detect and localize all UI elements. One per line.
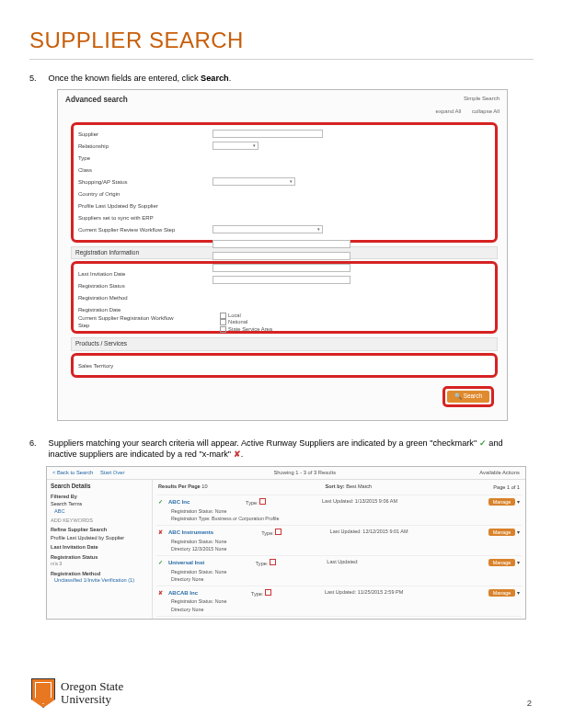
shield-icon [31, 678, 55, 708]
start-over-link[interactable]: Start Over [100, 470, 124, 475]
step-number: 5. [29, 73, 46, 84]
results-per-page-select[interactable]: 10 [201, 483, 224, 492]
page-number: 2 [527, 698, 532, 708]
step-text: Suppliers matching your search criteria … [49, 438, 518, 461]
expand-all-link[interactable]: expand All [436, 108, 462, 114]
reg-method-input[interactable] [213, 264, 350, 272]
supplier-input[interactable] [213, 130, 323, 138]
collapse-all-link[interactable]: collapse All [472, 108, 500, 114]
page-title: SUPPLIER SEARCH [29, 28, 534, 60]
sort-by-select[interactable]: Best Match [346, 483, 392, 492]
showing-results-text: Showing 1 - 3 of 3 Results [273, 470, 336, 477]
page-footer: Oregon State University 2 [31, 678, 532, 708]
xmark-icon: ✘ [158, 589, 166, 597]
step-6: 6. Suppliers matching your search criter… [29, 438, 534, 620]
step-number: 6. [29, 438, 46, 449]
instruction-list: 5. Once the known fields are entered, cl… [29, 73, 534, 620]
state-checkbox[interactable] [220, 326, 226, 333]
result-row: ✓ Universal Inst Type: Last Updated: Man… [156, 556, 522, 586]
highlighted-search-button: 🔍 Search [442, 386, 494, 407]
supplier-name-link[interactable]: ABCAB Inc [168, 589, 198, 597]
step-5: 5. Once the known fields are entered, cl… [29, 73, 534, 421]
highlighted-products-fields: Sales Territory [71, 353, 498, 378]
filter-term[interactable]: ABC [54, 508, 148, 516]
result-row: ✓ ABC Inc Type: Last Updated: 1/13/2015 … [156, 495, 522, 526]
national-checkbox[interactable] [220, 319, 226, 325]
simple-search-link[interactable]: Simple Search [464, 95, 500, 105]
step-text: Once the known fields are entered, click… [49, 73, 518, 84]
checkmark-icon: ✓ [479, 438, 487, 448]
reg-date-input[interactable] [213, 276, 350, 284]
checkmark-icon: ✓ [158, 559, 166, 566]
back-to-search-link[interactable]: < Back to Search [52, 470, 93, 475]
supplier-name-link[interactable]: Universal Inst [168, 559, 204, 566]
manage-button[interactable]: Manage [488, 498, 515, 506]
results-pager: Page 1 of 1 [493, 484, 520, 492]
advanced-search-heading: Advanced search [65, 95, 128, 105]
manage-button[interactable]: Manage [488, 589, 515, 597]
supplier-name-link[interactable]: ABC Inc [168, 498, 190, 506]
university-logo: Oregon State University [31, 678, 123, 708]
screenshot-advanced-search: Advanced search Simple Search expand All… [57, 89, 508, 420]
local-checkbox[interactable] [220, 313, 226, 319]
xmark-icon: ✘ [158, 529, 166, 536]
manage-button[interactable]: Manage [488, 559, 515, 566]
result-row: ✘ ABCAB Inc Type: Last Updated: 11/25/20… [156, 586, 522, 617]
section-products[interactable]: Products / Services [71, 337, 498, 351]
reg-method-filter[interactable]: Unclassified 1/Invite Verification (1) [54, 577, 148, 585]
reg-status-input[interactable] [213, 252, 350, 260]
checkmark-icon: ✓ [158, 498, 166, 506]
search-button[interactable]: 🔍 Search [447, 391, 489, 403]
workflow-step-select[interactable] [213, 225, 323, 233]
last-invitation-input[interactable] [213, 240, 350, 248]
result-row: ✘ ABC Instruments Type: Last Updated: 12… [156, 526, 522, 556]
supplier-name-link[interactable]: ABC Instruments [168, 529, 213, 536]
manage-button[interactable]: Manage [488, 529, 515, 536]
available-actions[interactable]: Available Actions [479, 470, 520, 477]
screenshot-search-results: < Back to Search Start Over Showing 1 - … [46, 466, 526, 620]
relationship-select[interactable] [213, 142, 259, 150]
xmark-icon: ✘ [234, 449, 241, 459]
search-details-sidebar: Search Details Filtered By Search Terms … [47, 480, 153, 618]
shopping-status-select[interactable] [213, 177, 295, 186]
